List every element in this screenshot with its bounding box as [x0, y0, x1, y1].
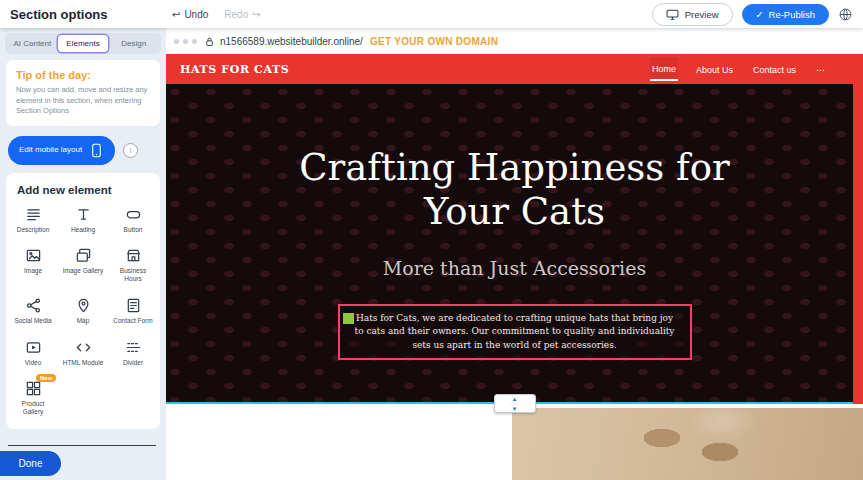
element-drag-handle[interactable]: [343, 313, 354, 324]
undo-redo-group: ↩Undo Redo↪: [172, 0, 261, 28]
window-dot: [183, 39, 188, 44]
top-bar: Section options ↩Undo Redo↪ Preview ✓ Re…: [0, 0, 863, 28]
hero-section[interactable]: Crafting Happiness for Your Cats More th…: [166, 84, 863, 404]
selected-text-element[interactable]: Hats for Cats, we are dedicated to craft…: [338, 304, 692, 361]
undo-icon: ↩: [172, 9, 180, 20]
globe-icon: [838, 7, 853, 22]
divider-icon: [125, 339, 142, 356]
website-preview: HATS FOR CATS Home About Us Contact us ⋯…: [166, 54, 863, 480]
site-nav: Home About Us Contact us ⋯: [650, 57, 849, 81]
button-icon: [125, 206, 142, 223]
add-element-contact-form[interactable]: Contact Form: [108, 297, 158, 325]
tab-ai-content[interactable]: AI Content: [7, 35, 58, 52]
new-badge: New: [36, 374, 56, 382]
resize-down-icon: ▾: [513, 406, 517, 412]
nav-contact-us[interactable]: Contact us: [751, 58, 798, 80]
image-icon: [25, 247, 42, 264]
browser-chrome-bar: n1566589.websitebuilder.online/ GET YOUR…: [166, 28, 863, 54]
add-element-business-hours[interactable]: Business Hours: [108, 247, 158, 283]
sidebar-divider: [8, 445, 156, 446]
product-gallery-icon: [25, 380, 42, 397]
video-icon: [25, 339, 42, 356]
business-hours-icon: [125, 247, 142, 264]
redo-button[interactable]: Redo↪: [224, 9, 260, 20]
add-new-element-panel: Add new element Description Heading Butt…: [6, 173, 160, 430]
add-element-heading[interactable]: Heading: [58, 206, 108, 234]
social-media-icon: [25, 297, 42, 314]
add-element-description[interactable]: Description: [8, 206, 58, 234]
add-element-html-module[interactable]: HTML Module: [58, 339, 108, 367]
hero-paragraph: Hats for Cats, we are dedicated to craft…: [355, 313, 675, 350]
top-bar-actions: Preview ✓ Re-Publish: [652, 3, 863, 26]
add-element-image[interactable]: Image: [8, 247, 58, 283]
window-dots: [174, 39, 197, 44]
add-element-video[interactable]: Video: [8, 339, 58, 367]
section-options-editor: Section options ↩Undo Redo↪ Preview ✓ Re…: [0, 0, 863, 480]
contact-form-icon: [125, 297, 142, 314]
hero-title[interactable]: Crafting Happiness for Your Cats: [255, 84, 775, 235]
image-gallery-icon: [75, 247, 92, 264]
add-element-button[interactable]: Button: [108, 206, 158, 234]
language-globe-button[interactable]: [838, 7, 853, 22]
nav-more-icon[interactable]: ⋯: [814, 58, 827, 80]
site-logo[interactable]: HATS FOR CATS: [180, 63, 289, 76]
edit-mobile-layout-button[interactable]: Edit mobile layout: [8, 136, 115, 165]
info-icon[interactable]: i: [123, 143, 138, 158]
preview-button[interactable]: Preview: [652, 3, 733, 26]
window-dot: [192, 39, 197, 44]
photo-cat-paws[interactable]: [512, 408, 863, 480]
undo-button[interactable]: ↩Undo: [172, 9, 208, 20]
add-element-divider[interactable]: Divider: [108, 339, 158, 367]
done-button[interactable]: Done: [0, 451, 61, 476]
heading-icon: [75, 206, 92, 223]
republish-button[interactable]: ✓ Re-Publish: [742, 4, 829, 25]
tab-design[interactable]: Design: [108, 35, 159, 52]
get-domain-link[interactable]: GET YOUR OWN DOMAIN: [370, 36, 498, 47]
lock-icon: [204, 36, 215, 47]
window-dot: [174, 39, 179, 44]
sidebar: AI Content Elements Design Tip of the da…: [0, 28, 166, 480]
html-module-icon: [75, 339, 92, 356]
add-element-image-gallery[interactable]: Image Gallery: [58, 247, 108, 283]
monitor-icon: [666, 8, 679, 21]
mobile-layout-row: Edit mobile layout i: [8, 136, 158, 165]
site-url: n1566589.websitebuilder.online/: [220, 36, 363, 47]
add-new-element-title: Add new element: [8, 181, 158, 206]
tip-of-the-day-card: Tip of the day: Now you can add, move an…: [6, 60, 160, 126]
description-icon: [25, 206, 42, 223]
nav-home[interactable]: Home: [650, 57, 678, 81]
phone-icon: [89, 143, 104, 158]
check-icon: ✓: [756, 9, 764, 20]
tab-elements[interactable]: Elements: [58, 35, 109, 52]
map-icon: [75, 297, 92, 314]
preview-area: n1566589.websitebuilder.online/ GET YOUR…: [166, 28, 863, 480]
element-grid: Description Heading Button Image Image G…: [8, 206, 158, 417]
add-element-social-media[interactable]: Social Media: [8, 297, 58, 325]
sidebar-tabs: AI Content Elements Design: [5, 33, 161, 54]
hero-subtitle[interactable]: More than Just Accessories: [166, 257, 863, 279]
site-header: HATS FOR CATS Home About Us Contact us ⋯: [166, 54, 863, 84]
add-element-product-gallery[interactable]: New Product Gallery: [8, 380, 58, 416]
page-title: Section options: [0, 7, 108, 22]
preview-right-edge: [853, 54, 863, 404]
section-resize-handle[interactable]: ▴ ··· ▾: [494, 394, 536, 413]
add-element-map[interactable]: Map: [58, 297, 108, 325]
redo-icon: ↪: [252, 9, 260, 20]
tip-body: Now you can add, move and resize any ele…: [16, 85, 150, 117]
nav-about-us[interactable]: About Us: [694, 58, 735, 80]
tip-title: Tip of the day:: [16, 69, 150, 81]
